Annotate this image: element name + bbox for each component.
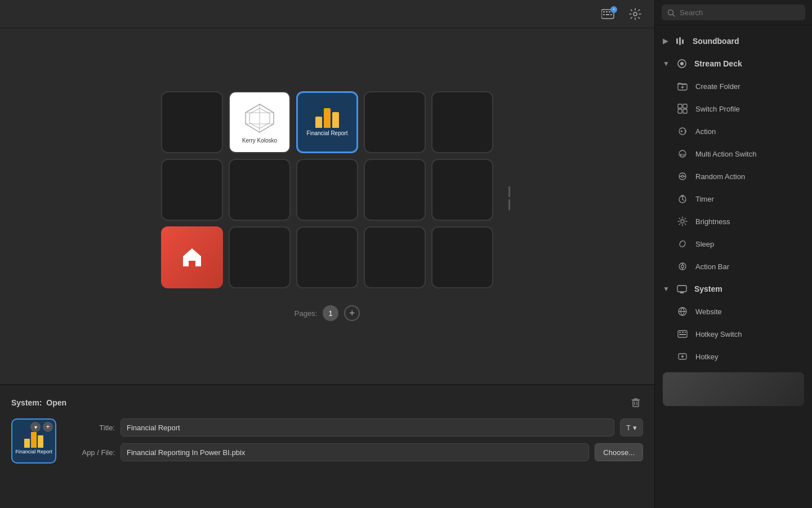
button-grid: Kerry Kolosko Financial Report xyxy=(161,91,493,288)
title-input[interactable] xyxy=(121,418,614,436)
grid-button-3[interactable] xyxy=(364,91,426,153)
action-item-action-bar[interactable]: Action Bar xyxy=(655,255,812,278)
svg-rect-31 xyxy=(683,109,687,113)
grid-button-home[interactable] xyxy=(161,226,223,288)
svg-rect-3 xyxy=(609,11,610,12)
action-item-create-folder[interactable]: Create Folder xyxy=(655,75,812,97)
action-item-random-action[interactable]: Random Action xyxy=(655,165,812,188)
preview-plus-button[interactable]: + xyxy=(43,422,53,432)
random-action-label: Random Action xyxy=(695,172,804,181)
kerry-label: Kerry Kolosko xyxy=(242,137,277,144)
add-profile-button[interactable]: + xyxy=(599,4,619,24)
grid-button-14[interactable] xyxy=(431,226,493,288)
svg-rect-28 xyxy=(678,104,682,108)
svg-rect-29 xyxy=(683,104,687,108)
create-folder-icon xyxy=(676,80,689,92)
system-label: System: Open xyxy=(11,398,66,407)
action-item-timer[interactable]: Timer xyxy=(655,188,812,210)
grid-button-7[interactable] xyxy=(296,159,358,221)
action-bar-icon xyxy=(676,260,689,273)
action-item-action[interactable]: Action xyxy=(655,120,812,142)
switch-profile-icon xyxy=(676,103,689,115)
appfile-input[interactable] xyxy=(121,443,589,461)
action-item-website[interactable]: Website xyxy=(655,300,812,323)
action-item-switch-profile[interactable]: Switch Profile xyxy=(655,97,812,120)
bottom-panel-content: + ▾ Financial Report Title: T ▾ xyxy=(11,418,643,464)
website-icon xyxy=(676,305,689,318)
grid-button-13[interactable] xyxy=(364,226,426,288)
main-area: + xyxy=(0,0,654,508)
hotkey-switch-label: Hotkey Switch xyxy=(695,330,804,338)
system-icon xyxy=(675,282,689,296)
delete-button[interactable] xyxy=(628,394,643,411)
drag-handle[interactable] xyxy=(508,186,510,211)
multi-action-label: Action xyxy=(695,127,804,136)
grid-button-4[interactable] xyxy=(431,91,493,153)
svg-point-49 xyxy=(681,265,684,268)
svg-rect-1 xyxy=(603,11,605,12)
settings-button[interactable] xyxy=(625,4,645,24)
svg-rect-21 xyxy=(679,37,681,45)
grid-button-6[interactable] xyxy=(229,159,291,221)
brightness-icon xyxy=(676,215,689,228)
sleep-label: Sleep xyxy=(695,240,804,248)
grid-button-11[interactable] xyxy=(229,226,291,288)
search-icon xyxy=(667,8,675,17)
grid-button-5[interactable] xyxy=(161,159,223,221)
financial-label: Financial Report xyxy=(307,130,348,136)
title-label: Title: xyxy=(70,424,115,432)
system-value: Open xyxy=(46,398,66,407)
choose-button[interactable]: Choose... xyxy=(595,443,643,461)
add-badge: + xyxy=(610,6,617,13)
grid-button-8[interactable] xyxy=(364,159,426,221)
create-folder-label: Create Folder xyxy=(695,82,804,91)
page-1-button[interactable]: 1 xyxy=(323,305,338,321)
svg-rect-59 xyxy=(685,332,686,333)
preview-arrow-button[interactable]: ▾ xyxy=(30,422,41,432)
svg-rect-22 xyxy=(682,39,684,44)
grid-button-kerry[interactable]: Kerry Kolosko xyxy=(229,91,291,153)
streamdeck-chevron-icon: ▼ xyxy=(663,60,670,68)
top-bar: + xyxy=(0,0,654,28)
svg-point-62 xyxy=(681,355,684,358)
svg-point-7 xyxy=(633,12,637,16)
svg-rect-52 xyxy=(677,286,686,292)
category-streamdeck[interactable]: ▼ Stream Deck xyxy=(655,52,812,75)
svg-line-14 xyxy=(260,104,274,113)
svg-point-39 xyxy=(681,220,684,223)
timer-label: Timer xyxy=(695,195,804,203)
page-add-button[interactable]: + xyxy=(344,305,360,321)
category-soundboard[interactable]: ▶ Soundboard xyxy=(655,30,812,52)
sleep-icon xyxy=(676,238,689,250)
multi-action-switch-icon xyxy=(676,148,689,160)
appfile-label: App / File: xyxy=(70,448,115,457)
action-item-multi-action-switch[interactable]: Multi Action Switch xyxy=(655,142,812,165)
svg-line-44 xyxy=(679,218,680,219)
grid-button-0[interactable] xyxy=(161,91,223,153)
small-preview: + ▾ Financial Report xyxy=(11,418,56,464)
svg-rect-20 xyxy=(676,38,678,44)
grid-button-12[interactable] xyxy=(296,226,358,288)
search-input[interactable] xyxy=(680,8,800,17)
svg-rect-57 xyxy=(679,332,681,333)
switch-profile-label: Switch Profile xyxy=(695,105,804,113)
system-label: System xyxy=(694,284,722,293)
grid-button-9[interactable] xyxy=(431,159,493,221)
system-chevron-icon: ▼ xyxy=(663,285,670,293)
category-system[interactable]: ▼ System xyxy=(655,278,812,300)
bottom-panel: System: Open + ▾ xyxy=(0,384,654,508)
action-bar-label: Action Bar xyxy=(695,262,804,271)
svg-point-24 xyxy=(680,62,684,65)
svg-rect-4 xyxy=(603,14,605,15)
fields-area: Title: T ▾ App / File: Choose... xyxy=(70,418,643,461)
multi-action-icon xyxy=(676,125,689,137)
svg-line-47 xyxy=(679,224,680,225)
action-item-brightness[interactable]: Brightness xyxy=(655,210,812,233)
action-item-hotkey[interactable]: Hotkey xyxy=(655,345,812,368)
action-item-hotkey-switch[interactable]: Hotkey Switch xyxy=(655,323,812,345)
action-item-sleep[interactable]: Sleep xyxy=(655,233,812,255)
svg-rect-30 xyxy=(678,109,682,113)
grid-button-financial[interactable]: Financial Report xyxy=(296,91,358,153)
font-button[interactable]: T ▾ xyxy=(620,418,643,436)
svg-rect-2 xyxy=(606,11,608,12)
